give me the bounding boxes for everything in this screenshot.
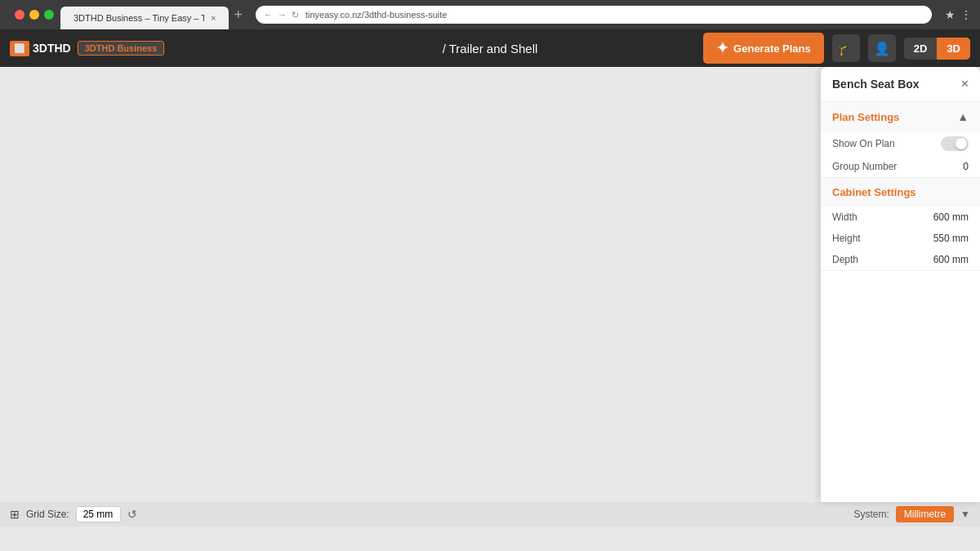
group-number-label: Group Number bbox=[832, 161, 897, 172]
rp-height-label: Height bbox=[832, 233, 861, 244]
generate-plans-button[interactable]: ✦ Generate Plans bbox=[703, 33, 824, 64]
view-2d-button[interactable]: 2D bbox=[904, 38, 938, 60]
plus-icon: ✦ bbox=[716, 39, 728, 57]
group-number-row: Group Number 0 bbox=[821, 156, 980, 177]
title-text: / Trailer and Shell bbox=[443, 42, 538, 56]
plan-settings-title: Plan Settings bbox=[832, 111, 899, 123]
status-bar: ⊞ Grid Size: ↺ System: Millimetre ▼ bbox=[0, 502, 980, 527]
header-title: / Trailer and Shell bbox=[443, 42, 538, 56]
main-content: ⬅ ⬇ ➡ ↗ ↙ ↖ ▤ ⬡ 🪑 ⊞ ▭ ≡ ⏍ 🛋 💡 🎨 🔖 bbox=[0, 67, 980, 527]
window-controls[interactable] bbox=[15, 10, 54, 20]
view-toggle: 2D 3D bbox=[904, 38, 970, 60]
app-header: ⬜ 3DTHD 3DTHD Business / Trailer and She… bbox=[0, 29, 980, 67]
grid-icon: ⊞ bbox=[10, 508, 20, 521]
show-on-plan-toggle[interactable] bbox=[941, 136, 969, 151]
address-bar[interactable]: ← → ↻ tinyeasy.co.nz/3dthd-business-suit… bbox=[256, 6, 932, 24]
grid-label: Grid Size: bbox=[26, 509, 69, 520]
maximize-btn[interactable] bbox=[44, 10, 54, 20]
cabinet-settings-section: Cabinet Settings Width 600 mm Height 550… bbox=[821, 178, 980, 271]
rp-depth-value: 600 mm bbox=[933, 254, 969, 265]
logo-area: ⬜ 3DTHD 3DTHD Business bbox=[10, 41, 164, 56]
system-value[interactable]: Millimetre bbox=[896, 506, 954, 522]
rp-header: Bench Seat Box × bbox=[821, 67, 980, 102]
show-on-plan-row: Show On Plan bbox=[821, 131, 980, 156]
logo-text: 3DTHD bbox=[33, 42, 71, 55]
generate-plans-label: Generate Plans bbox=[733, 42, 811, 55]
browser-icons: ★⋮ bbox=[945, 8, 972, 21]
active-tab[interactable]: 3DTHD Business – Tiny Easy – T × bbox=[60, 7, 229, 29]
rp-close-button[interactable]: × bbox=[961, 77, 969, 91]
browser-chrome: 3DTHD Business – Tiny Easy – T × + ← → ↻… bbox=[0, 0, 980, 29]
user-button[interactable]: 👤 bbox=[868, 34, 896, 62]
rp-width-row: Width 600 mm bbox=[821, 207, 980, 228]
rp-height-row: Height 550 mm bbox=[821, 228, 980, 249]
header-actions: ✦ Generate Plans 🎓 👤 2D 3D bbox=[703, 33, 970, 64]
toggle-knob bbox=[956, 138, 967, 149]
grid-size-input[interactable] bbox=[76, 506, 121, 522]
rp-width-label: Width bbox=[832, 211, 858, 223]
plan-settings-chevron: ▲ bbox=[957, 110, 969, 123]
reset-icon[interactable]: ↺ bbox=[127, 508, 137, 521]
rp-height-value: 550 mm bbox=[933, 233, 969, 244]
cabinet-settings-title: Cabinet Settings bbox=[832, 186, 916, 198]
dropdown-arrow[interactable]: ▼ bbox=[960, 509, 970, 520]
plan-settings-header[interactable]: Plan Settings ▲ bbox=[821, 102, 980, 131]
rp-depth-row: Depth 600 mm bbox=[821, 249, 980, 270]
group-number-value: 0 bbox=[963, 161, 969, 172]
view-3d-button[interactable]: 3D bbox=[937, 38, 970, 60]
rp-width-value: 600 mm bbox=[933, 211, 969, 223]
browser-tabs: 3DTHD Business – Tiny Easy – T × + bbox=[60, 0, 243, 29]
logo-cube: ⬜ bbox=[10, 41, 29, 56]
new-tab-btn[interactable]: + bbox=[234, 7, 243, 24]
address-text: tinyeasy.co.nz/3dthd-business-suite bbox=[305, 10, 447, 20]
tab-close-icon[interactable]: × bbox=[211, 13, 216, 23]
close-btn[interactable] bbox=[15, 10, 24, 20]
minimize-btn[interactable] bbox=[29, 10, 39, 20]
rp-title: Bench Seat Box bbox=[832, 78, 920, 91]
system-label: System: bbox=[853, 509, 889, 520]
help-button[interactable]: 🎓 bbox=[832, 34, 860, 62]
right-panel: Bench Seat Box × Plan Settings ▲ Show On… bbox=[821, 67, 980, 502]
tab-title: 3DTHD Business – Tiny Easy – T bbox=[74, 13, 204, 23]
business-badge: 3DTHD Business bbox=[78, 41, 165, 56]
plan-settings-section: Plan Settings ▲ Show On Plan Group Numbe… bbox=[821, 102, 980, 178]
rp-depth-label: Depth bbox=[832, 254, 858, 265]
cabinet-settings-header[interactable]: Cabinet Settings bbox=[821, 178, 980, 207]
show-on-plan-label: Show On Plan bbox=[832, 138, 895, 149]
